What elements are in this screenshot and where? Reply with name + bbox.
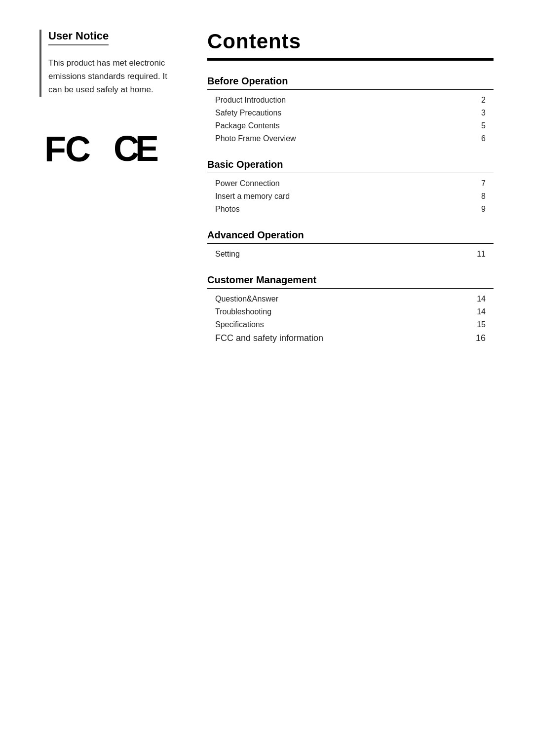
- section-advanced-operation: Advanced OperationSetting11: [207, 229, 494, 261]
- toc-item-page: 8: [471, 192, 486, 201]
- toc-item-page: 11: [471, 250, 486, 259]
- section-customer-management: Customer ManagementQuestion&Answer14Trou…: [207, 274, 494, 345]
- toc-item: Question&Answer14: [207, 293, 494, 305]
- toc-item-page: 7: [471, 179, 486, 188]
- toc-item: Troubleshooting14: [207, 305, 494, 318]
- toc-item-page: 3: [471, 109, 486, 117]
- toc-item: Package Contents5: [207, 119, 494, 132]
- svg-text:FC: FC: [44, 129, 90, 166]
- contents-title: Contents: [207, 30, 494, 61]
- toc-item-label: Photo Frame Overview: [215, 134, 471, 143]
- toc-item-label: Insert a memory card: [215, 192, 471, 201]
- right-column: Contents Before OperationProduct Introdu…: [207, 30, 494, 359]
- section-before-operation: Before OperationProduct Introduction2Saf…: [207, 76, 494, 145]
- toc-item-page: 14: [471, 295, 486, 303]
- toc-item-label: Question&Answer: [215, 295, 471, 303]
- toc-item-page: 6: [471, 134, 486, 143]
- left-column: User Notice This product has met electro…: [39, 30, 178, 359]
- toc-item-page: 14: [471, 307, 486, 316]
- toc-item-label: Specifications: [215, 320, 471, 329]
- toc-item-label: Setting: [215, 250, 471, 259]
- section-header-basic-operation: Basic Operation: [207, 159, 494, 173]
- toc-item-label: Photos: [215, 205, 471, 214]
- toc-item-page: 2: [471, 96, 486, 105]
- toc-item-label: FCC and safety information: [215, 333, 471, 343]
- toc-item-label: Power Connection: [215, 179, 471, 188]
- section-header-customer-management: Customer Management: [207, 274, 494, 289]
- toc-item: Specifications15: [207, 318, 494, 331]
- toc-item-label: Safety Precautions: [215, 109, 471, 117]
- ce-logo: CE: [114, 126, 158, 173]
- toc-item-page: 5: [471, 121, 486, 130]
- toc-item-page: 15: [471, 320, 486, 329]
- toc-item-label: Package Contents: [215, 121, 471, 130]
- toc-item: Product Introduction2: [207, 94, 494, 107]
- toc-item-label: Product Introduction: [215, 96, 471, 105]
- section-basic-operation: Basic OperationPower Connection7Insert a…: [207, 159, 494, 216]
- toc-item-label: Troubleshooting: [215, 307, 471, 316]
- toc-sections: Before OperationProduct Introduction2Saf…: [207, 76, 494, 345]
- toc-item: Photos9: [207, 203, 494, 216]
- toc-item: Insert a memory card8: [207, 190, 494, 203]
- logos-area: FC CE: [39, 126, 178, 173]
- section-header-before-operation: Before Operation: [207, 76, 494, 90]
- fcc-logo: FC: [44, 127, 99, 172]
- toc-item-page: 9: [471, 205, 486, 214]
- user-notice-text: This product has met electronic emission…: [48, 56, 178, 97]
- toc-item: Power Connection7: [207, 177, 494, 190]
- toc-item: Photo Frame Overview6: [207, 132, 494, 145]
- svg-text:CE: CE: [114, 129, 158, 166]
- user-notice-title: User Notice: [48, 30, 109, 45]
- toc-item: Safety Precautions3: [207, 107, 494, 119]
- section-header-advanced-operation: Advanced Operation: [207, 229, 494, 244]
- page-layout: User Notice This product has met electro…: [39, 30, 494, 359]
- toc-item-page: 16: [471, 333, 486, 343]
- user-notice-section: User Notice This product has met electro…: [39, 30, 178, 97]
- toc-item: FCC and safety information16: [207, 331, 494, 345]
- toc-item: Setting11: [207, 248, 494, 261]
